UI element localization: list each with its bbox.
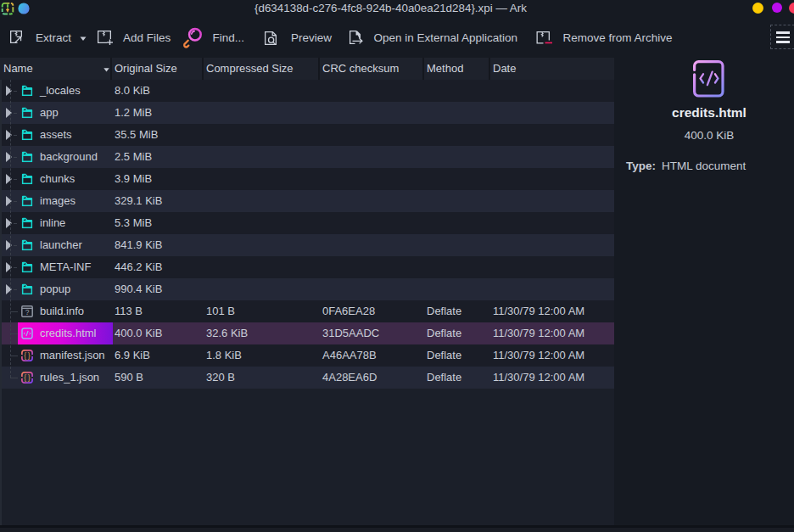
svg-text:{ }: { }	[24, 373, 31, 382]
svg-text:{ }: { }	[24, 351, 31, 360]
svg-text:?: ?	[25, 308, 30, 316]
